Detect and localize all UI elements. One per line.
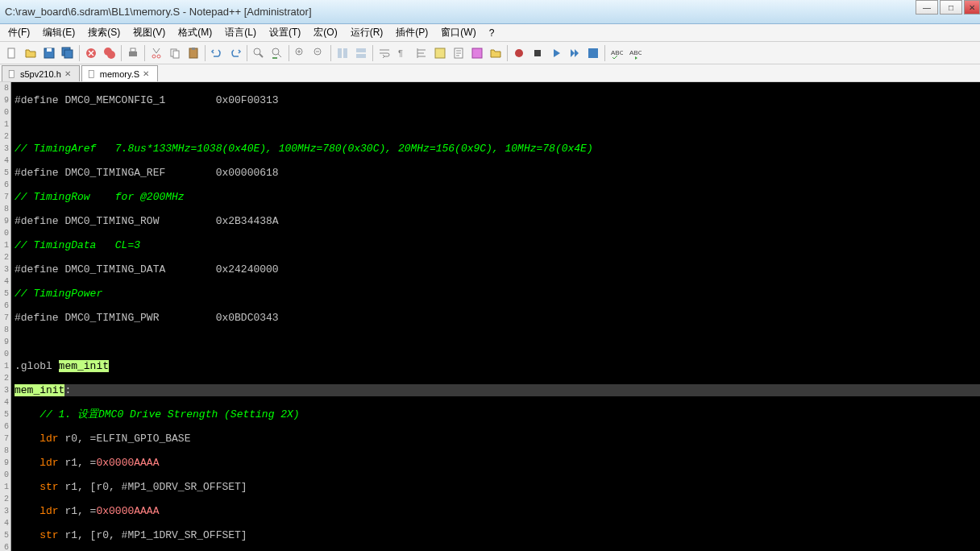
indent-guide-button[interactable] xyxy=(413,44,430,62)
svg-rect-22 xyxy=(356,48,366,52)
open-file-button[interactable] xyxy=(22,44,39,62)
spell-next-icon: ABC xyxy=(629,47,642,60)
undo-button[interactable] xyxy=(208,44,226,62)
menu-help[interactable]: ? xyxy=(484,26,500,40)
svg-rect-8 xyxy=(129,52,137,56)
svg-point-17 xyxy=(272,48,279,55)
close-file-button[interactable] xyxy=(82,44,100,62)
sync-h-button[interactable] xyxy=(352,44,370,62)
tab-close-icon[interactable]: ✕ xyxy=(143,69,149,78)
toolbar-separator xyxy=(330,45,331,61)
menu-view[interactable]: 视图(V) xyxy=(128,24,170,41)
play-button[interactable] xyxy=(547,44,565,62)
save-macro-icon xyxy=(587,47,600,60)
new-file-button[interactable] xyxy=(3,44,21,62)
toolbar-separator xyxy=(604,45,605,61)
cut-button[interactable] xyxy=(147,44,165,62)
menu-settings[interactable]: 设置(T) xyxy=(264,24,305,41)
replace-button[interactable] xyxy=(268,44,286,62)
folder-button[interactable] xyxy=(487,44,505,62)
spell-check-icon: ABC xyxy=(610,47,623,60)
svg-rect-25 xyxy=(435,48,445,58)
menu-edit[interactable]: 编辑(E) xyxy=(38,24,80,41)
window-controls: — □ ✕ xyxy=(916,0,980,14)
window-title: C:\raw_board\6.sdram\BL1\memory.S - Note… xyxy=(5,6,312,18)
record-button[interactable] xyxy=(510,44,528,62)
sync-horizontal-icon xyxy=(355,47,368,60)
close-file-icon xyxy=(85,47,98,60)
tab-s5pv210[interactable]: s5pv210.h ✕ xyxy=(2,65,80,81)
svg-rect-33 xyxy=(9,70,14,77)
wordwrap-button[interactable] xyxy=(376,44,393,62)
doc-map-button[interactable] xyxy=(450,44,467,62)
language-icon xyxy=(434,47,446,60)
redo-icon xyxy=(229,47,242,60)
func-list-button[interactable] xyxy=(468,44,486,62)
replace-icon xyxy=(271,47,284,60)
file-icon xyxy=(7,69,17,79)
tab-label: memory.S xyxy=(100,69,139,79)
svg-point-11 xyxy=(157,55,160,58)
save-macro-button[interactable] xyxy=(584,44,602,62)
toolbar-separator xyxy=(289,45,289,61)
zoom-in-icon xyxy=(294,47,307,60)
copy-button[interactable] xyxy=(166,44,184,62)
menu-window[interactable]: 窗口(W) xyxy=(436,24,480,41)
redo-button[interactable] xyxy=(226,44,244,62)
save-all-button[interactable] xyxy=(59,44,77,62)
show-all-button[interactable]: ¶ xyxy=(394,44,412,62)
svg-rect-4 xyxy=(64,50,73,58)
menu-macro[interactable]: 宏(O) xyxy=(309,24,342,41)
svg-point-16 xyxy=(254,48,260,55)
play-multi-icon xyxy=(568,47,581,60)
line-number-gutter: 890 123 456 789 012 345 678 901 234 567 … xyxy=(0,82,11,551)
tab-bar: s5pv210.h ✕ memory.S ✕ xyxy=(0,64,980,82)
paste-button[interactable] xyxy=(185,44,202,62)
udl-button[interactable] xyxy=(431,44,449,62)
undo-icon xyxy=(210,47,223,60)
svg-rect-30 xyxy=(588,48,598,58)
indent-guide-icon xyxy=(415,47,428,60)
svg-rect-29 xyxy=(534,50,541,56)
show-all-chars-icon: ¶ xyxy=(397,47,409,60)
toolbar-separator xyxy=(507,45,508,61)
toolbar-separator xyxy=(247,45,247,61)
maximize-button[interactable]: □ xyxy=(940,0,962,14)
play-multi-button[interactable] xyxy=(566,44,583,62)
tab-close-icon[interactable]: ✕ xyxy=(64,69,71,78)
tab-label: s5pv210.h xyxy=(20,69,61,79)
menu-format[interactable]: 格式(M) xyxy=(173,24,217,41)
zoom-in-button[interactable] xyxy=(292,44,309,62)
paste-icon xyxy=(187,47,200,60)
close-all-button[interactable] xyxy=(101,44,118,62)
spell-next-button[interactable]: ABC xyxy=(626,44,644,62)
tab-memory[interactable]: memory.S ✕ xyxy=(81,65,158,81)
save-button[interactable] xyxy=(40,44,58,62)
highlighted-match: mem_init xyxy=(59,360,109,372)
editor[interactable]: 890 123 456 789 012 345 678 901 234 567 … xyxy=(0,82,980,551)
spell-check-button[interactable]: ABC xyxy=(608,44,625,62)
print-button[interactable] xyxy=(124,44,142,62)
function-list-icon xyxy=(471,47,484,60)
menu-language[interactable]: 语言(L) xyxy=(220,24,261,41)
close-button[interactable]: ✕ xyxy=(964,0,980,14)
find-button[interactable] xyxy=(250,44,268,62)
svg-rect-21 xyxy=(343,48,347,58)
svg-text:ABC: ABC xyxy=(629,49,642,56)
menu-file[interactable]: 件(F) xyxy=(3,24,35,41)
minimize-button[interactable]: — xyxy=(916,0,938,14)
sync-v-button[interactable] xyxy=(334,44,351,62)
svg-point-28 xyxy=(515,49,523,57)
svg-rect-15 xyxy=(192,48,195,50)
toolbar-separator xyxy=(79,45,80,61)
menu-plugins[interactable]: 插件(P) xyxy=(391,24,433,41)
svg-rect-23 xyxy=(356,54,366,58)
code-area[interactable]: #define DMC0_MEMCONFIG_1 0x00F00313 // T… xyxy=(11,82,980,551)
menu-run[interactable]: 运行(R) xyxy=(346,24,388,41)
stop-button[interactable] xyxy=(529,44,546,62)
zoom-out-button[interactable] xyxy=(310,44,328,62)
stop-icon xyxy=(531,47,544,60)
svg-point-7 xyxy=(107,51,115,59)
menu-search[interactable]: 搜索(S) xyxy=(83,24,125,41)
svg-point-10 xyxy=(152,55,156,58)
